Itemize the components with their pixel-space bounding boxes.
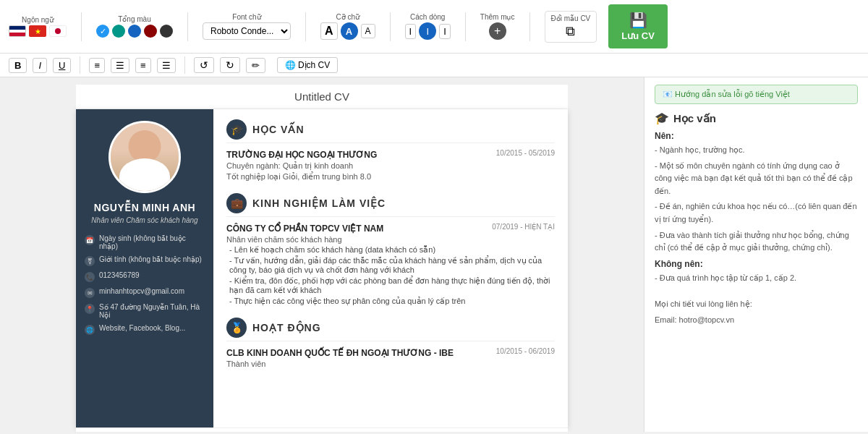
hoc-van-school: TRƯỜNG ĐẠI HỌC NGOẠI THƯƠNG bbox=[226, 150, 377, 160]
flag-uk[interactable] bbox=[9, 25, 26, 37]
kinh-nghiem-date: 07/2019 - HIỆN TẠI bbox=[492, 223, 555, 231]
pen-button[interactable]: ✏ bbox=[246, 58, 265, 73]
hint-banner[interactable]: 📧 Hướng dẫn sửa lỗi gõ tiếng Việt bbox=[655, 85, 858, 104]
line-spacing-decrease[interactable]: I bbox=[405, 24, 417, 39]
hoat-dong-role: Thành viên bbox=[226, 359, 555, 368]
undo-button[interactable]: ↺ bbox=[194, 57, 214, 73]
hoat-dong-title: HOẠT ĐỘNG bbox=[252, 322, 321, 333]
color-blue2-dot[interactable] bbox=[128, 25, 141, 38]
hoat-dong-date: 10/2015 - 06/2019 bbox=[496, 347, 555, 355]
italic-button[interactable]: I bbox=[33, 58, 47, 73]
align-left-button[interactable]: ≡ bbox=[89, 58, 105, 73]
font-select[interactable]: Roboto Conde... bbox=[203, 22, 291, 40]
divider-5 bbox=[465, 12, 466, 41]
color-blue-dot[interactable] bbox=[96, 25, 109, 38]
underline-button[interactable]: U bbox=[53, 58, 71, 73]
divider-6 bbox=[529, 12, 530, 41]
luu-cv-button[interactable]: 💾 Lưu CV bbox=[608, 4, 668, 48]
kinh-nghiem-entry: 07/2019 - HIỆN TẠI CÔNG TY CỔ PHẦN TOPCV… bbox=[226, 223, 555, 306]
cach-dong-label: Cách dòng bbox=[410, 13, 445, 21]
kinh-nghiem-entry-title-row: 07/2019 - HIỆN TẠI CÔNG TY CỔ PHẦN TOPCV… bbox=[226, 223, 555, 234]
color-red-dot[interactable] bbox=[144, 25, 157, 38]
luu-cv-label: Lưu CV bbox=[621, 30, 655, 41]
co-chu-label: Cỡ chữ bbox=[336, 13, 360, 21]
address-icon: 📍 bbox=[85, 304, 95, 314]
flag-jp[interactable] bbox=[49, 25, 67, 37]
panel-nen-item-4: - Đưa vào thành tích giải thưởng như học… bbox=[655, 229, 858, 255]
cv-section-hoat-dong-header: 🏅 HOẠT ĐỘNG bbox=[226, 318, 555, 341]
hoat-dong-entry-title-row: 10/2015 - 06/2019 CLB KINH DOANH QUỐC TẾ… bbox=[226, 347, 555, 358]
main-area: Untitled CV NGUYỄN MINH ANH Nhân viên Ch… bbox=[0, 77, 868, 432]
cv-section-kinh-nghiem-header: 💼 KINH NGHIỆM LÀM VIỆC bbox=[226, 193, 555, 217]
kinh-nghiem-bullet-1: - Lên kế hoạch chăm sóc khách hàng (data… bbox=[229, 245, 555, 255]
toolbar-row1: Ngôn ngữ Tổng màu Font chữ Roboto Conde.… bbox=[0, 0, 868, 54]
divider-3 bbox=[305, 12, 306, 41]
hoc-van-entry-title: 10/2015 - 05/2019 TRƯỜNG ĐẠI HỌC NGOẠI T… bbox=[226, 149, 555, 160]
flag-vn[interactable] bbox=[29, 25, 46, 37]
color-dark-dot[interactable] bbox=[160, 25, 173, 38]
tong-mau-group: Tổng màu bbox=[96, 15, 173, 38]
font-size-current[interactable]: A bbox=[341, 22, 358, 40]
hoc-van-grade: Tốt nghiệp loại Giỏi, điểm trung bình 8.… bbox=[226, 172, 555, 182]
font-chu-group: Font chữ Roboto Conde... bbox=[203, 13, 291, 40]
line-spacing-increase[interactable]: I bbox=[439, 24, 451, 39]
hoc-van-title: HỌC VẤN bbox=[252, 124, 305, 135]
redo-button[interactable]: ↻ bbox=[220, 57, 240, 73]
co-chu-group: Cỡ chữ A A A bbox=[320, 13, 375, 40]
line-spacing-current[interactable]: I bbox=[419, 22, 436, 40]
cv-avatar-wrap bbox=[85, 121, 205, 193]
cv-info-gender: ⚧ Giới tính (không bắt buộc nhập) bbox=[85, 255, 205, 266]
panel-khong-nen-item-1: - Đưa quá trình học tập từ cấp 1, cấp 2. bbox=[655, 272, 858, 285]
them-muc-group[interactable]: Thêm mục + bbox=[480, 13, 515, 40]
cv-title[interactable]: Untitled CV bbox=[76, 85, 568, 109]
cv-avatar-silhouette bbox=[111, 123, 179, 191]
cv-wrapper: NGUYỄN MINH ANH Nhân viên Chăm sóc khách… bbox=[76, 109, 568, 432]
kinh-nghiem-position: Nhân viên chăm sóc khách hàng bbox=[226, 235, 555, 244]
cv-role: Nhân viên Chăm sóc khách hàng bbox=[85, 216, 205, 224]
cv-info-web-text: Website, Facebook, Blog... bbox=[99, 324, 185, 332]
hoat-dong-entry: 10/2015 - 06/2019 CLB KINH DOANH QUỐC TẾ… bbox=[226, 347, 555, 368]
luu-cv-icon: 💾 bbox=[629, 12, 647, 29]
kinh-nghiem-title: KINH NGHIỆM LÀM VIỆC bbox=[252, 197, 386, 209]
align-justify-button[interactable]: ☰ bbox=[157, 58, 176, 73]
panel-nen-item-3: - Đề án, nghiên cứu khoa học nếu có…(có … bbox=[655, 200, 858, 226]
panel-khong-nen-label: Không nên: bbox=[655, 259, 858, 269]
doi-mau-label: Đổi mẫu CV bbox=[551, 14, 591, 22]
ngon-ngu-label: Ngôn ngữ bbox=[22, 16, 54, 24]
dich-cv-button[interactable]: 🌐 Dịch CV bbox=[277, 57, 339, 73]
font-size-decrease[interactable]: A bbox=[320, 22, 338, 40]
right-panel: 📧 Hướng dẫn sửa lỗi gõ tiếng Việt 🎓 Học … bbox=[644, 77, 868, 432]
kinh-nghiem-company: CÔNG TY CỔ PHẦN TOPCV VIỆT NAM bbox=[226, 224, 383, 234]
color-teal-dot[interactable] bbox=[112, 25, 125, 38]
lang-flags bbox=[9, 25, 67, 37]
align-right-button[interactable]: ≡ bbox=[135, 58, 151, 73]
hoc-van-major: Chuyên ngành: Quản trị kinh doanh bbox=[226, 161, 555, 171]
email-icon: ✉ bbox=[85, 288, 95, 298]
birthday-icon: 📅 bbox=[85, 235, 95, 245]
cv-section-hoat-dong: 🏅 HOẠT ĐỘNG 10/2015 - 06/2019 CLB KINH D… bbox=[226, 318, 555, 368]
panel-nen-label: Nên: bbox=[655, 131, 858, 141]
cv-info-address-text: Số 47 đường Nguyễn Tuân, Hà Nội bbox=[99, 303, 205, 319]
cach-dong-group: Cách dòng I I I bbox=[405, 13, 451, 40]
cv-info-address: 📍 Số 47 đường Nguyễn Tuân, Hà Nội bbox=[85, 303, 205, 319]
topcv-logo-bar: topcv® bbox=[76, 427, 568, 432]
align-center-button[interactable]: ☰ bbox=[111, 58, 129, 73]
panel-nen-item-1: - Ngành học, trường học. bbox=[655, 144, 858, 157]
them-muc-label: Thêm mục bbox=[480, 13, 515, 21]
cv-section-hoc-van-header: 🎓 HỌC VẤN bbox=[226, 119, 555, 143]
fmt-divider bbox=[80, 56, 80, 74]
kinh-nghiem-bullet-4: - Thực hiện các công việc theo sự phân c… bbox=[229, 297, 555, 306]
cv-info-phone: 📞 0123456789 bbox=[85, 271, 205, 282]
divider-2 bbox=[187, 12, 188, 41]
cv-content: 🎓 HỌC VẤN 10/2015 - 05/2019 TRƯỜNG ĐẠI H… bbox=[213, 109, 568, 427]
cv-info-gender-text: Giới tính (không bắt buộc nhập) bbox=[99, 255, 202, 263]
doi-mau-button[interactable]: Đổi mẫu CV ⧉ bbox=[545, 11, 597, 43]
web-icon: 🌐 bbox=[85, 325, 95, 335]
bold-button[interactable]: B bbox=[9, 58, 27, 73]
panel-title: 🎓 Học vấn bbox=[655, 111, 858, 125]
panel-title-text: Học vấn bbox=[673, 112, 716, 125]
cv-avatar bbox=[109, 121, 181, 193]
font-size-increase[interactable]: A bbox=[361, 24, 375, 38]
ngon-ngu-group: Ngôn ngữ bbox=[9, 16, 67, 37]
gender-icon: ⚧ bbox=[85, 256, 95, 266]
